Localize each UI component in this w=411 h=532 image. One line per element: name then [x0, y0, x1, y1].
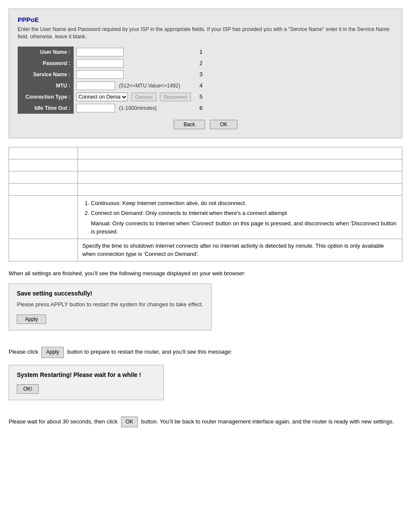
username-input-cell [74, 47, 193, 58]
save-setting-message: Please press APPLY button to restart the… [17, 301, 203, 308]
idle-timeout-row: Idle Time Out : 10 (1-1000minutes) 6 [18, 103, 204, 114]
desc-row-2 [9, 159, 402, 171]
mtu-label: MTU : [18, 80, 74, 91]
row-num-1: 1 [193, 47, 204, 58]
apply-text-after: button to prepare to restart the router,… [67, 348, 232, 355]
restart-section: System Restarting! Please wait for a whi… [9, 365, 402, 408]
restart-box: System Restarting! Please wait for a whi… [9, 365, 164, 400]
row-num-4: 4 [193, 80, 204, 91]
mtu-input-cell: 1392 (512<=MTU Value<=1492) [74, 80, 193, 91]
service-name-input-cell [74, 69, 193, 80]
pppoe-panel: PPPoE Enter the User Name and Password r… [9, 9, 402, 138]
password-input[interactable] [76, 59, 124, 68]
username-label: User Name : [18, 47, 74, 58]
pppoe-description: Enter the User Name and Password require… [18, 26, 393, 40]
desc-content-conn: Continuous: Keep Internet connection ali… [78, 195, 402, 239]
description-table: Continuous: Keep Internet connection ali… [9, 147, 402, 261]
idle-timeout-label: Idle Time Out : [18, 103, 74, 114]
desc-content-idle: Specify the time to shutdown Internet co… [78, 239, 402, 261]
idle-timeout-input-cell: 10 (1-1000minutes) [74, 103, 193, 114]
pppoe-title: PPPoE [18, 16, 393, 23]
password-row: Password : 2 [18, 58, 204, 69]
service-name-input[interactable] [76, 70, 124, 79]
password-label: Password : [18, 58, 74, 69]
connection-type-select[interactable]: Connect on Demand Continuous Manual [76, 93, 128, 101]
conn-type-demand: Connect on Demand: Only connects to Inte… [91, 209, 398, 218]
save-setting-title: Save setting successfully! [17, 290, 203, 297]
desc-content-1 [78, 147, 402, 159]
row-num-2: 2 [193, 58, 204, 69]
panel-buttons: Back OK [18, 120, 393, 129]
final-instruction: Please wait for about 30 seconds, then c… [9, 417, 402, 428]
apply-text-before: Please click [9, 348, 38, 355]
idle-timeout-input[interactable]: 10 [76, 104, 115, 112]
desc-label-4 [9, 183, 78, 195]
desc-row-idle: Specify the time to shutdown Internet co… [9, 239, 402, 261]
row-num-3: 3 [193, 69, 204, 80]
desc-label-1 [9, 147, 78, 159]
pppoe-form-table: User Name : 1 Password : 2 Service Name … [18, 47, 204, 114]
conn-type-manual: Manual: Only connects to Internet when '… [91, 219, 398, 236]
row-num-5: 5 [193, 91, 204, 103]
back-button[interactable]: Back [174, 120, 205, 129]
row-num-6: 6 [193, 103, 204, 114]
apply-button[interactable]: Apply [17, 314, 46, 324]
ok-button[interactable]: OK [210, 120, 237, 129]
connection-type-row: Connection Type : Connect on Demand Cont… [18, 91, 204, 103]
apply-inline-button: Apply [41, 347, 64, 358]
connection-type-label: Connection Type : [18, 91, 74, 103]
apply-instruction: Please click Apply button to prepare to … [9, 347, 402, 358]
disconnect-button[interactable]: Disconnect [160, 93, 191, 101]
connect-button[interactable]: Connect [131, 93, 156, 101]
desc-content-4 [78, 183, 402, 195]
desc-label-2 [9, 159, 78, 171]
restart-title: System Restarting! Please wait for a whi… [17, 371, 156, 378]
mtu-hint: (512<=MTU Value<=1492) [119, 83, 180, 89]
password-input-cell [74, 58, 193, 69]
desc-row-1 [9, 147, 402, 159]
mtu-row: MTU : 1392 (512<=MTU Value<=1492) 4 [18, 80, 204, 91]
idle-timeout-description: Specify the time to shutdown Internet co… [82, 242, 398, 258]
service-name-label: Service Name : [18, 69, 74, 80]
restart-ok-button[interactable]: OK! [17, 384, 39, 394]
desc-content-3 [78, 171, 402, 183]
idle-timeout-hint: (1-1000minutes) [119, 105, 156, 111]
save-setting-box: Save setting successfully! Please press … [9, 283, 212, 330]
desc-content-2 [78, 159, 402, 171]
save-setting-section: Save setting successfully! Please press … [9, 283, 402, 338]
desc-label-conn [9, 195, 78, 239]
connection-type-input-cell: Connect on Demand Continuous Manual Conn… [74, 91, 193, 103]
conn-type-continuous: Continuous: Keep Internet connection ali… [91, 199, 398, 208]
desc-label-3 [9, 171, 78, 183]
username-input[interactable] [76, 48, 124, 56]
desc-row-connection-type: Continuous: Keep Internet connection ali… [9, 195, 402, 239]
ok-inline-button: OK [121, 417, 138, 428]
mtu-input[interactable]: 1392 [76, 81, 115, 90]
username-row: User Name : 1 [18, 47, 204, 58]
service-name-row: Service Name : 3 [18, 69, 204, 80]
desc-row-4 [9, 183, 402, 195]
desc-label-idle [9, 239, 78, 261]
intro-text: When all settings are finished, you’ll s… [9, 268, 402, 278]
final-text-after: button. You’ll be back to router managem… [141, 418, 394, 425]
final-text-before: Please wait for about 30 seconds, then c… [9, 418, 118, 425]
desc-row-3 [9, 171, 402, 183]
connection-type-list: Continuous: Keep Internet connection ali… [91, 199, 398, 218]
